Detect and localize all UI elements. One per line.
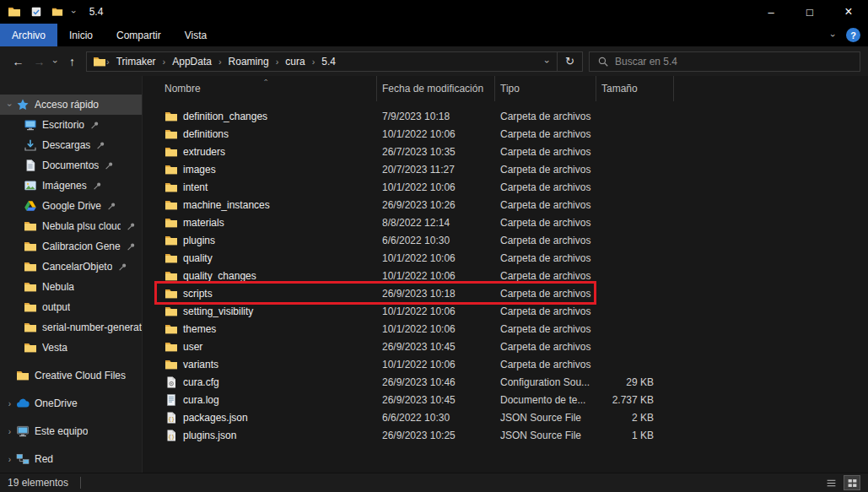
pin-icon xyxy=(106,201,117,212)
search-input[interactable] xyxy=(615,56,852,68)
download-icon xyxy=(24,138,37,152)
tab-archivo[interactable]: Archivo xyxy=(0,24,57,46)
expander-down-icon[interactable]: › xyxy=(3,100,16,110)
breadcrumb: ›Trimaker›AppData›Roaming›cura›5.4 xyxy=(106,52,538,71)
sidebar-item-onedrive[interactable]: ›OneDrive xyxy=(0,393,142,414)
file-name-cell: quality xyxy=(164,251,377,265)
details-view-icon xyxy=(826,478,837,489)
sidebar-item-acceso-r-pido[interactable]: ›Acceso rápido xyxy=(0,95,142,115)
tab-inicio[interactable]: Inicio xyxy=(57,24,105,46)
sidebar-item-creative-cloud-files[interactable]: Creative Cloud Files xyxy=(0,365,142,386)
file-name: definition_changes xyxy=(183,111,267,122)
refresh-button[interactable]: ↻ xyxy=(557,52,582,71)
sidebar-item-nebula[interactable]: Nebula xyxy=(0,277,142,297)
breadcrumb-segment-roaming[interactable]: Roaming xyxy=(222,52,276,71)
back-button[interactable]: ← xyxy=(8,55,29,68)
file-date: 10/1/2022 10:06 xyxy=(377,252,495,264)
sidebar-item-documentos[interactable]: Documentos xyxy=(0,155,142,176)
file-row-scripts[interactable]: scripts26/9/2023 10:18Carpeta de archivo… xyxy=(164,284,868,302)
address-dropdown-chevron-icon[interactable]: › xyxy=(538,57,557,67)
file-row-plugins-json[interactable]: {}plugins.json26/9/2023 10:25JSON Source… xyxy=(164,426,868,444)
file-row-definition-changes[interactable]: definition_changes7/9/2023 10:18Carpeta … xyxy=(164,107,868,125)
sidebar-item-red[interactable]: ›Red xyxy=(0,449,142,469)
sidebar-item-calibracion-genera[interactable]: Calibracion Genera xyxy=(0,236,142,257)
file-size: 29 KB xyxy=(596,376,674,388)
file-type: Carpeta de archivos xyxy=(495,164,596,176)
new-folder-icon[interactable] xyxy=(51,6,63,18)
file-row-user[interactable]: user26/9/2023 10:45Carpeta de archivos xyxy=(164,338,868,355)
expander-right-icon[interactable]: › xyxy=(3,427,16,436)
file-name-cell: plugins xyxy=(164,234,377,247)
thumbnails-view-button[interactable] xyxy=(844,475,860,490)
close-button[interactable]: × xyxy=(829,0,868,24)
column-header-fecha-de-modificaci-n[interactable]: Fecha de modificación xyxy=(377,76,495,101)
file-date: 26/9/2023 10:18 xyxy=(377,288,495,300)
column-header-tipo[interactable]: Tipo xyxy=(495,76,596,101)
file-row-materials[interactable]: materials8/8/2022 12:14Carpeta de archiv… xyxy=(164,214,868,231)
pin-icon xyxy=(117,262,128,273)
sidebar-item-cancelarobjeto[interactable]: CancelarObjeto xyxy=(0,257,142,277)
details-view-button[interactable] xyxy=(822,475,839,490)
file-row-cura-cfg[interactable]: cura.cfg26/9/2023 10:46Configuration Sou… xyxy=(164,373,868,391)
file-row-quality-changes[interactable]: quality_changes10/1/2022 10:06Carpeta de… xyxy=(164,267,868,284)
folder-icon xyxy=(24,260,37,273)
file-row-extruders[interactable]: extruders26/7/2023 10:35Carpeta de archi… xyxy=(164,143,868,160)
file-row-images[interactable]: images20/7/2023 11:27Carpeta de archivos xyxy=(164,160,868,178)
pin-icon xyxy=(126,241,137,252)
sidebar-item-label: Calibracion Genera xyxy=(42,241,121,252)
file-row-intent[interactable]: intent10/1/2022 10:06Carpeta de archivos xyxy=(164,178,868,196)
expander-right-icon[interactable]: › xyxy=(3,455,16,464)
column-header-nombre[interactable]: Nombre› xyxy=(164,76,377,101)
expander-right-icon[interactable]: › xyxy=(3,399,16,408)
folder-icon xyxy=(16,369,30,382)
sidebar-item-label: Nebula xyxy=(42,281,74,293)
sidebar-item-label: Escritorio xyxy=(42,119,84,131)
file-type: Carpeta de archivos xyxy=(495,270,596,282)
sidebar-item-im-genes[interactable]: Imágenes xyxy=(0,176,142,196)
sidebar-item-label: Documentos xyxy=(42,159,99,171)
maximize-button[interactable]: □ xyxy=(790,0,829,24)
folder-icon xyxy=(164,287,178,300)
file-row-packages-json[interactable]: {}packages.json6/6/2022 10:30JSON Source… xyxy=(164,408,868,426)
file-date: 26/7/2023 10:35 xyxy=(377,146,495,158)
recent-locations-chevron-icon[interactable]: › xyxy=(50,57,62,67)
search-box[interactable] xyxy=(589,51,860,72)
breadcrumb-segment-cura[interactable]: cura xyxy=(278,52,311,71)
file-row-variants[interactable]: variants10/1/2022 10:06Carpeta de archiv… xyxy=(164,355,868,373)
up-button[interactable]: ↑ xyxy=(62,55,83,68)
properties-icon[interactable] xyxy=(30,6,42,18)
help-button[interactable]: ? xyxy=(846,28,860,42)
column-header-tama-o[interactable]: Tamaño xyxy=(596,76,674,101)
file-row-machine-instances[interactable]: machine_instances26/9/2023 10:26Carpeta … xyxy=(164,196,868,214)
sidebar-item-output[interactable]: output xyxy=(0,297,142,317)
sidebar-item-serial-number-generat[interactable]: serial-number-generat xyxy=(0,317,142,338)
file-row-setting-visibility[interactable]: setting_visibility10/1/2022 10:06Carpeta… xyxy=(164,302,868,320)
minimize-button[interactable]: – xyxy=(752,0,790,24)
file-type: Carpeta de archivos xyxy=(495,252,596,264)
breadcrumb-segment-trimaker[interactable]: Trimaker xyxy=(110,52,163,71)
breadcrumb-segment-5-4[interactable]: 5.4 xyxy=(315,52,342,71)
file-row-cura-log[interactable]: cura.log26/9/2023 10:45Documento de te..… xyxy=(164,391,868,408)
qat-customize-chevron-icon[interactable]: › xyxy=(73,7,76,17)
sidebar-item-este-equipo[interactable]: ›Este equipo xyxy=(0,421,142,441)
file-row-definitions[interactable]: definitions10/1/2022 10:06Carpeta de arc… xyxy=(164,125,868,143)
file-row-quality[interactable]: quality10/1/2022 10:06Carpeta de archivo… xyxy=(164,249,868,267)
forward-button[interactable]: → xyxy=(29,55,50,68)
sidebar-item-google-drive[interactable]: Google Drive xyxy=(0,196,142,216)
sidebar-item-nebula-plsu-cloud[interactable]: Nebula plsu cloud · xyxy=(0,216,142,236)
file-name: themes xyxy=(183,323,216,335)
explorer-window-icon xyxy=(8,5,21,19)
file-row-plugins[interactable]: plugins6/6/2022 10:30Carpeta de archivos xyxy=(164,231,868,249)
tab-compartir[interactable]: Compartir xyxy=(105,24,173,46)
sidebar-item-escritorio[interactable]: Escritorio xyxy=(0,115,142,135)
ribbon-expand-chevron-icon[interactable]: › xyxy=(832,30,835,41)
sidebar-item-vesta[interactable]: Vesta xyxy=(0,338,142,358)
tab-vista[interactable]: Vista xyxy=(173,24,218,46)
file-name: quality xyxy=(183,252,213,264)
file-name: images xyxy=(183,164,216,176)
file-date: 10/1/2022 10:06 xyxy=(377,359,495,370)
sidebar-item-descargas[interactable]: Descargas xyxy=(0,135,142,155)
file-row-themes[interactable]: themes10/1/2022 10:06Carpeta de archivos xyxy=(164,320,868,338)
breadcrumb-segment-appdata[interactable]: AppData xyxy=(165,52,218,71)
address-bar[interactable]: ›Trimaker›AppData›Roaming›cura›5.4 › ↻ xyxy=(86,51,583,72)
